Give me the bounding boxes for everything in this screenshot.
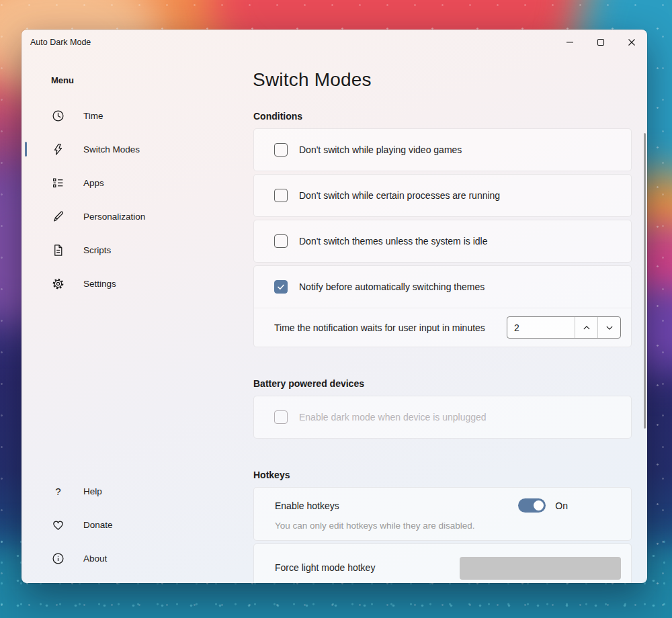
enable-hotkeys-label: Enable hotkeys bbox=[275, 500, 339, 511]
gear-icon bbox=[52, 277, 65, 290]
minimize-button[interactable] bbox=[554, 30, 585, 55]
checkbox-idle[interactable] bbox=[274, 234, 288, 248]
sidebar-item-settings[interactable]: Settings bbox=[22, 267, 252, 300]
main-content: Switch Modes Conditions Don't switch whi… bbox=[252, 55, 647, 583]
condition-card: Don't switch themes unless the system is… bbox=[253, 220, 632, 263]
sidebar-item-help[interactable]: ? Help bbox=[22, 474, 252, 508]
spinner-up-button[interactable] bbox=[575, 317, 597, 338]
condition-card: Don't switch while certain processes are… bbox=[253, 174, 632, 217]
condition-row-idle: Don't switch themes unless the system is… bbox=[254, 220, 631, 262]
notification-wait-label: Time the notification waits for user inp… bbox=[274, 322, 485, 333]
sidebar-item-time[interactable]: Time bbox=[22, 99, 252, 132]
enable-hotkeys-card: Enable hotkeys On You can only edit hotk… bbox=[253, 487, 632, 541]
notification-minutes-input[interactable]: 2 bbox=[507, 317, 575, 338]
checkbox-label: Enable dark mode when device is unplugge… bbox=[299, 412, 487, 423]
brush-icon bbox=[52, 210, 65, 223]
checkbox-notify[interactable] bbox=[274, 280, 288, 294]
sidebar: Menu Time Switch Modes Apps bbox=[22, 55, 252, 583]
sidebar-item-about[interactable]: About bbox=[22, 541, 252, 575]
maximize-button[interactable] bbox=[585, 30, 616, 55]
help-icon: ? bbox=[52, 485, 65, 498]
sidebar-item-label: Donate bbox=[83, 520, 113, 530]
info-icon bbox=[52, 552, 65, 565]
window-controls bbox=[554, 30, 647, 55]
page-title: Switch Modes bbox=[253, 69, 632, 91]
enable-hotkeys-toggle-group: On bbox=[518, 498, 568, 513]
checkbox-label: Don't switch while playing video games bbox=[299, 144, 462, 155]
chevron-up-icon bbox=[583, 324, 591, 332]
apps-list-icon bbox=[52, 177, 65, 189]
battery-card: Enable dark mode when device is unplugge… bbox=[253, 396, 632, 439]
force-light-hotkey-input[interactable] bbox=[460, 557, 621, 580]
lightning-icon bbox=[52, 143, 65, 156]
force-light-card: Force light mode hotkey bbox=[253, 543, 632, 583]
force-light-label: Force light mode hotkey bbox=[275, 557, 375, 578]
menu-label: Menu bbox=[51, 75, 252, 85]
conditions-heading: Conditions bbox=[253, 111, 632, 122]
sidebar-item-label: Time bbox=[83, 111, 103, 121]
spinner-down-button[interactable] bbox=[597, 317, 620, 338]
vertical-scrollbar[interactable] bbox=[644, 133, 646, 429]
checkbox-label: Don't switch themes unless the system is… bbox=[299, 236, 487, 247]
sidebar-item-apps[interactable]: Apps bbox=[22, 166, 252, 200]
close-button[interactable] bbox=[616, 30, 647, 55]
sidebar-item-label: Switch Modes bbox=[83, 144, 140, 154]
sidebar-item-label: Personalization bbox=[83, 212, 145, 222]
sidebar-item-personalization[interactable]: Personalization bbox=[22, 200, 252, 233]
hotkeys-heading: Hotkeys bbox=[253, 470, 632, 480]
checkbox-label: Don't switch while certain processes are… bbox=[299, 190, 500, 201]
hotkeys-note: You can only edit hotkeys while they are… bbox=[275, 521, 620, 531]
toggle-state-label: On bbox=[555, 500, 568, 511]
sidebar-item-switch-modes[interactable]: Switch Modes bbox=[22, 132, 252, 166]
enable-hotkeys-row: Enable hotkeys On bbox=[275, 498, 620, 513]
script-icon bbox=[52, 244, 65, 257]
checkbox-unplugged[interactable] bbox=[274, 410, 288, 424]
sidebar-item-label: Scripts bbox=[83, 245, 111, 255]
condition-row-video-games: Don't switch while playing video games bbox=[254, 129, 631, 171]
enable-hotkeys-toggle[interactable] bbox=[518, 498, 546, 513]
minimize-icon bbox=[565, 38, 575, 47]
close-icon bbox=[627, 38, 636, 47]
sidebar-item-label: Settings bbox=[83, 279, 116, 289]
heart-icon bbox=[52, 519, 65, 531]
checkbox-video-games[interactable] bbox=[274, 143, 288, 157]
notification-minutes-spinner: 2 bbox=[507, 316, 621, 339]
window-title: Auto Dark Mode bbox=[30, 38, 91, 47]
battery-heading: Battery powered devices bbox=[253, 378, 632, 389]
sidebar-footer: ? Help Donate About bbox=[22, 474, 252, 583]
battery-row-unplugged: Enable dark mode when device is unplugge… bbox=[254, 396, 631, 438]
checkbox-label: Notify before automatically switching th… bbox=[299, 281, 485, 292]
toggle-knob bbox=[534, 500, 544, 511]
selected-indicator bbox=[25, 142, 27, 157]
clock-icon bbox=[52, 109, 65, 122]
sidebar-item-scripts[interactable]: Scripts bbox=[22, 233, 252, 267]
app-window: Auto Dark Mode Menu Time bbox=[22, 30, 647, 583]
check-icon bbox=[277, 283, 285, 291]
maximize-icon bbox=[596, 38, 605, 47]
condition-row-processes: Don't switch while certain processes are… bbox=[254, 175, 631, 216]
notification-wait-row: Time the notification waits for user inp… bbox=[254, 308, 631, 347]
chevron-down-icon bbox=[605, 324, 614, 332]
sidebar-item-label: About bbox=[83, 554, 107, 564]
checkbox-processes[interactable] bbox=[274, 189, 288, 202]
notify-card: Notify before automatically switching th… bbox=[253, 265, 632, 347]
sidebar-item-label: Help bbox=[83, 486, 102, 496]
sidebar-item-label: Apps bbox=[83, 178, 104, 188]
sidebar-item-donate[interactable]: Donate bbox=[22, 508, 252, 541]
condition-row-notify: Notify before automatically switching th… bbox=[254, 266, 631, 308]
titlebar: Auto Dark Mode bbox=[22, 30, 647, 55]
condition-card: Don't switch while playing video games bbox=[253, 128, 632, 171]
